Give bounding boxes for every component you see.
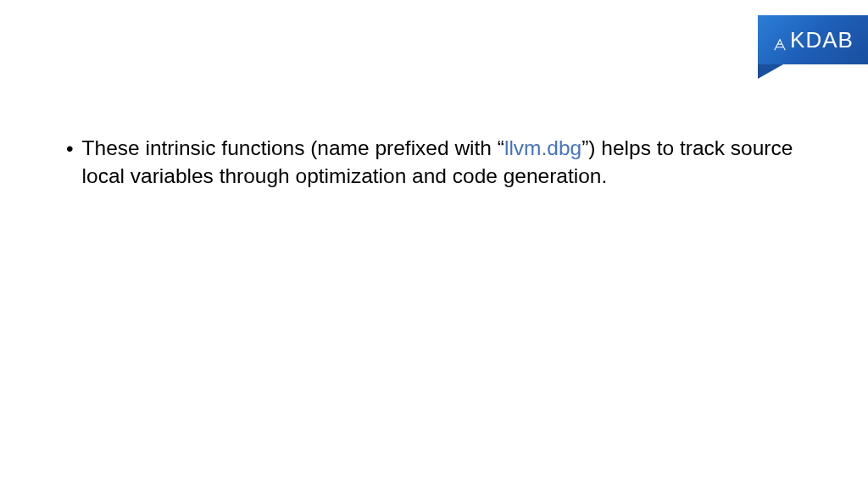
logo-icon bbox=[772, 32, 787, 47]
logo-box: KDAB bbox=[758, 15, 868, 64]
logo-text: KDAB bbox=[772, 27, 854, 53]
slide-content: • These intrinsic functions (name prefix… bbox=[66, 134, 802, 190]
text-before: These intrinsic functions (name prefixed… bbox=[82, 136, 504, 159]
highlighted-term: llvm.dbg bbox=[504, 136, 581, 159]
bullet-item: • These intrinsic functions (name prefix… bbox=[66, 134, 802, 190]
logo-tail bbox=[758, 64, 783, 79]
bullet-marker: • bbox=[66, 135, 74, 163]
logo-label: KDAB bbox=[790, 27, 854, 53]
bullet-text: These intrinsic functions (name prefixed… bbox=[82, 134, 802, 190]
logo-container: KDAB bbox=[758, 15, 868, 79]
